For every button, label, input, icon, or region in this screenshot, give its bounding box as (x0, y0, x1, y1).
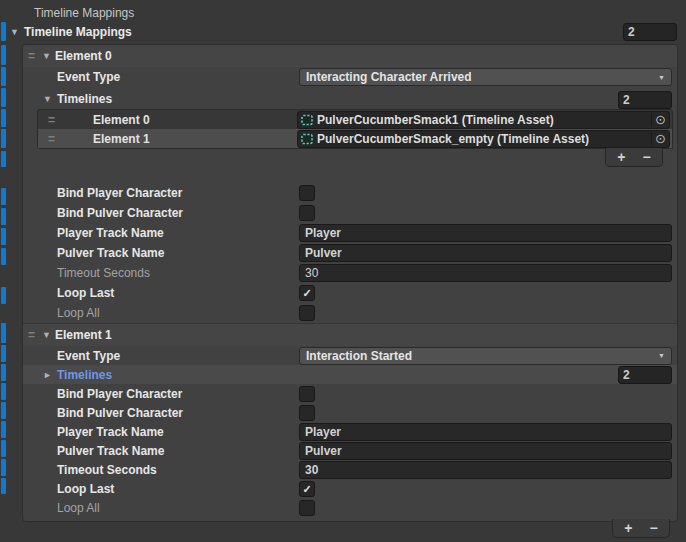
loop-last-checkbox[interactable]: ✓ (299, 285, 315, 301)
object-picker-icon[interactable]: ⊙ (651, 113, 666, 126)
player-track-name-label: Player Track Name (57, 425, 164, 439)
bind-player-character-label: Bind Player Character (57, 387, 182, 401)
drag-handle-icon[interactable]: = (28, 49, 42, 63)
bind-player-character-label: Bind Player Character (57, 186, 182, 200)
bind-pulver-character-row: Bind Pulver Character ✓ (23, 403, 677, 422)
player-track-name-input[interactable] (299, 224, 672, 242)
bind-pulver-character-label: Bind Pulver Character (57, 206, 183, 220)
list-footer-tab: + − (612, 519, 670, 538)
timeline-asset-name: PulverCucumberSmack_empty (Timeline Asse… (317, 132, 589, 146)
loop-all-label: Loop All (57, 501, 100, 515)
drag-handle-icon[interactable]: = (48, 132, 64, 146)
timeline-asset-name: PulverCucumberSmack1 (Timeline Asset) (317, 113, 554, 127)
foldout-open-icon[interactable]: ▼ (42, 51, 55, 61)
remove-element-button[interactable]: − (637, 150, 657, 164)
timelines-label: Timelines (57, 368, 112, 382)
override-bar (1, 440, 6, 457)
timelines-header-row[interactable]: ▼ Timelines (23, 89, 677, 109)
bind-pulver-character-checkbox[interactable]: ✓ (299, 405, 315, 421)
foldout-closed-icon[interactable]: ► (43, 370, 52, 380)
timeout-seconds-input[interactable] (299, 264, 672, 282)
timelines-list-footer: + − (37, 149, 673, 167)
element-0-header[interactable]: = ▼ Element 0 (23, 45, 677, 67)
timeline-item-row[interactable]: = Element 0 PulverCucumberSmack1 (Timeli… (38, 110, 672, 129)
foldout-open-icon[interactable]: ▼ (10, 27, 22, 37)
object-picker-icon[interactable]: ⊙ (651, 132, 666, 145)
element-0-title: Element 0 (55, 49, 112, 63)
override-bar (1, 109, 6, 127)
timeline-item-label: Element 0 (93, 113, 150, 127)
timeline-asset-icon (301, 114, 313, 126)
bind-pulver-character-row: Bind Pulver Character ✓ (23, 203, 677, 223)
remove-element-button[interactable]: − (644, 521, 664, 535)
array-size-field[interactable] (623, 23, 677, 41)
property-label: Timeline Mappings (34, 6, 134, 20)
loop-last-row: Loop Last ✓ (23, 479, 677, 498)
override-bar (1, 228, 6, 245)
override-bar (1, 188, 6, 205)
timelines-size-field[interactable] (618, 91, 672, 109)
bind-player-character-row: Bind Player Character ✓ (23, 384, 677, 403)
dropdown-arrow-icon: ▼ (658, 352, 665, 359)
drag-handle-icon[interactable]: = (28, 328, 42, 342)
pulver-track-name-label: Pulver Track Name (57, 246, 164, 260)
timelines-size-field[interactable] (618, 366, 672, 384)
timeline-mappings-title: Timeline Mappings (24, 25, 132, 39)
override-bar (1, 383, 6, 400)
checkmark-icon: ✓ (300, 286, 314, 300)
loop-all-checkbox[interactable]: ✓ (299, 500, 315, 516)
event-type-dropdown[interactable]: Interaction Started ▼ (299, 347, 672, 365)
bind-pulver-character-label: Bind Pulver Character (57, 406, 183, 420)
override-bar (1, 345, 6, 362)
property-label-row: Timeline Mappings (0, 4, 686, 22)
element-1-header[interactable]: = ▼ Element 1 (23, 323, 677, 346)
pulver-track-name-input[interactable] (299, 442, 672, 460)
override-bar (1, 323, 6, 343)
bind-pulver-character-checkbox[interactable]: ✓ (299, 205, 315, 221)
timelines-inner-list: = Element 0 PulverCucumberSmack1 (Timeli… (37, 109, 673, 167)
timeline-item-label: Element 1 (93, 132, 150, 146)
loop-last-checkbox[interactable]: ✓ (299, 481, 315, 497)
loop-last-label: Loop Last (57, 286, 114, 300)
timeline-mappings-header[interactable]: ▼ Timeline Mappings (0, 22, 686, 42)
add-element-button[interactable]: + (618, 521, 638, 535)
timeline-asset-icon (301, 133, 313, 145)
foldout-open-icon[interactable]: ▼ (43, 94, 52, 104)
override-bar (1, 45, 6, 65)
pulver-track-name-input[interactable] (299, 244, 672, 262)
player-track-name-row: Player Track Name (23, 223, 677, 243)
add-element-button[interactable]: + (611, 150, 631, 164)
drag-handle-icon[interactable]: = (48, 113, 64, 127)
timeout-seconds-row: Timeout Seconds (23, 460, 677, 479)
unity-inspector-panel: Timeline Mappings ▼ Timeline Mappings = … (0, 0, 686, 542)
override-bar (1, 129, 6, 148)
timeout-seconds-input[interactable] (299, 461, 672, 479)
event-type-dropdown[interactable]: Interacting Character Arrived ▼ (299, 68, 672, 86)
timelines-label: Timelines (57, 92, 112, 106)
bind-player-character-checkbox[interactable]: ✓ (299, 185, 315, 201)
player-track-name-input[interactable] (299, 423, 672, 441)
event-type-row: Event Type Interaction Started ▼ (23, 346, 677, 365)
event-type-value: Interaction Started (306, 349, 412, 363)
timeout-seconds-label: Timeout Seconds (57, 266, 150, 280)
list-footer-tab: + − (605, 148, 663, 167)
timeline-mappings-list: = ▼ Element 0 Event Type Interacting Cha… (22, 44, 678, 522)
checkmark-icon: ✓ (300, 482, 314, 496)
timelines-header-row-collapsed[interactable]: ► Timelines (23, 365, 677, 384)
override-bar (1, 364, 6, 381)
timeline-asset-object-field[interactable]: PulverCucumberSmack_empty (Timeline Asse… (297, 130, 670, 148)
pulver-track-name-row: Pulver Track Name (23, 243, 677, 263)
override-bar (1, 88, 6, 107)
override-bar (1, 151, 6, 167)
override-bar (1, 287, 6, 304)
override-bar (1, 421, 6, 438)
foldout-open-icon[interactable]: ▼ (42, 330, 55, 340)
loop-all-checkbox[interactable]: ✓ (299, 305, 315, 321)
bind-player-character-checkbox[interactable]: ✓ (299, 386, 315, 402)
event-type-row: Event Type Interacting Character Arrived… (23, 67, 677, 87)
loop-all-row: Loop All ✓ (23, 303, 677, 323)
timeline-item-row[interactable]: = Element 1 PulverCucumberSmack_empty (T… (38, 129, 672, 148)
timeline-asset-object-field[interactable]: PulverCucumberSmack1 (Timeline Asset) ⊙ (297, 111, 670, 129)
event-type-value: Interacting Character Arrived (306, 70, 472, 84)
dropdown-arrow-icon: ▼ (658, 74, 665, 81)
